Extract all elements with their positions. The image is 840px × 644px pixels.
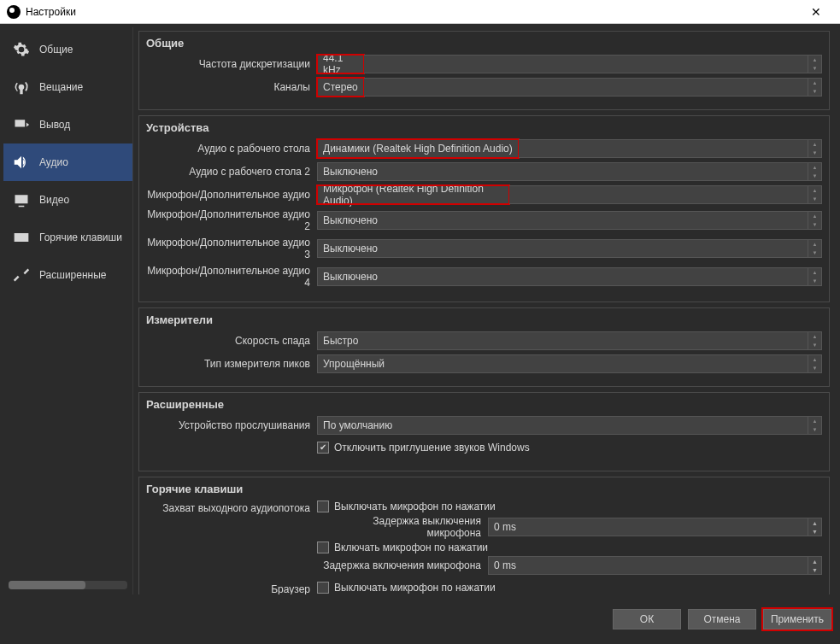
- mic-aux4-select[interactable]: Выключено ▲▼: [317, 267, 822, 286]
- section-title: Измерители: [146, 313, 822, 326]
- sidebar-label: Вещание: [39, 81, 83, 93]
- sidebar-item-advanced[interactable]: Расширенные: [3, 256, 132, 294]
- mic-aux4-label: Микрофон/Дополнительное аудио 4: [146, 265, 317, 289]
- desktop-audio2-label: Аудио с рабочего стола 2: [146, 166, 317, 178]
- window-title: Настройки: [26, 6, 76, 18]
- sample-rate-value: 44.1 kHz: [323, 52, 358, 76]
- channels-value: Стерео: [323, 81, 358, 93]
- mic-aux2-select[interactable]: Выключено ▲▼: [317, 211, 822, 230]
- section-title: Устройства: [146, 121, 822, 134]
- channels-select-ext[interactable]: ▲▼: [364, 78, 822, 97]
- sidebar-item-video[interactable]: Видео: [3, 181, 132, 219]
- footer: ОК Отмена Применить: [0, 598, 840, 641]
- peak-type-select[interactable]: Упрощённый ▲▼: [317, 354, 822, 373]
- peak-type-value: Упрощённый: [323, 358, 385, 370]
- desktop-audio-value: Динамики (Realtek High Definition Audio): [323, 143, 513, 155]
- spinner-icon[interactable]: ▲▼: [808, 518, 821, 536]
- spinner-icon[interactable]: ▲▼: [808, 79, 821, 96]
- spinner-icon[interactable]: ▲▼: [808, 240, 821, 257]
- section-advanced: Расширенные Устройство прослушивания По …: [138, 392, 830, 471]
- sidebar-item-general[interactable]: Общие: [3, 31, 132, 68]
- browser-mute-label: Выключать микрофон по нажатии: [334, 582, 496, 594]
- ok-button[interactable]: ОК: [613, 609, 681, 629]
- sidebar-item-hotkeys[interactable]: Горячие клавиши: [3, 219, 132, 256]
- mic-aux-select-ext[interactable]: ▲▼: [509, 185, 822, 204]
- browser-label: Браузер: [146, 582, 317, 594]
- spinner-icon[interactable]: ▲▼: [808, 186, 821, 203]
- decay-select[interactable]: Быстро ▲▼: [317, 331, 822, 350]
- section-devices: Устройства Аудио с рабочего стола Динами…: [138, 115, 830, 302]
- ducking-checkbox[interactable]: [317, 442, 329, 454]
- mic-aux-value: Микрофон (Realtek High Definition Audio): [323, 183, 503, 207]
- spinner-icon[interactable]: ▲▼: [808, 557, 821, 574]
- mic-aux2-value: Выключено: [323, 214, 378, 226]
- mute-delay-input[interactable]: 0 ms ▲▼: [488, 518, 822, 536]
- desktop-audio-label: Аудио с рабочего стола: [146, 143, 317, 155]
- sidebar: Общие Вещание Вывод Аудио Видео Горячие …: [3, 27, 133, 594]
- sample-rate-select-ext[interactable]: ▲▼: [364, 55, 822, 73]
- video-icon: [12, 190, 31, 209]
- section-title: Расширенные: [146, 398, 822, 411]
- spinner-icon[interactable]: ▲▼: [808, 355, 821, 372]
- sidebar-label: Общие: [39, 44, 73, 56]
- mic-aux3-label: Микрофон/Дополнительное аудио 3: [146, 237, 317, 261]
- keyboard-icon: [12, 228, 31, 247]
- spinner-icon[interactable]: ▲▼: [808, 163, 821, 180]
- unmute-delay-value: 0 ms: [494, 559, 516, 571]
- mute-push-checkbox[interactable]: [317, 501, 329, 512]
- mic-aux-label: Микрофон/Дополнительное аудио: [146, 189, 317, 201]
- spinner-icon[interactable]: ▲▼: [808, 56, 821, 73]
- unmute-push-label: Включать микрофон по нажатии: [334, 542, 488, 553]
- sidebar-label: Видео: [39, 194, 69, 206]
- monitoring-value: По умолчанию: [323, 419, 392, 431]
- mic-aux3-select[interactable]: Выключено ▲▼: [317, 239, 822, 258]
- desktop-audio2-value: Выключено: [323, 166, 378, 178]
- broadcast-icon: [12, 78, 31, 97]
- sidebar-label: Вывод: [39, 119, 70, 131]
- mic-aux3-value: Выключено: [323, 243, 378, 255]
- desktop-audio-select-ext[interactable]: ▲▼: [519, 139, 822, 158]
- output-icon: [12, 115, 31, 134]
- monitoring-select[interactable]: По умолчанию ▲▼: [317, 416, 822, 435]
- section-title: Горячие клавиши: [146, 483, 822, 495]
- sidebar-item-audio[interactable]: Аудио: [3, 143, 132, 181]
- channels-select[interactable]: Стерео: [317, 78, 364, 97]
- section-hotkeys: Горячие клавиши Захват выходного аудиопо…: [138, 477, 830, 594]
- spinner-icon[interactable]: ▲▼: [808, 417, 821, 434]
- close-button[interactable]: ✕: [799, 5, 833, 19]
- spinner-icon[interactable]: ▲▼: [808, 140, 821, 157]
- tools-icon: [12, 266, 31, 284]
- unmute-push-checkbox[interactable]: [317, 542, 329, 553]
- sidebar-label: Горячие клавиши: [39, 231, 122, 243]
- desktop-audio2-select[interactable]: Выключено ▲▼: [317, 162, 822, 181]
- mute-delay-label: Задержка выключения микрофона: [317, 515, 488, 539]
- mic-aux-select[interactable]: Микрофон (Realtek High Definition Audio): [317, 185, 509, 204]
- audio-icon: [12, 153, 31, 172]
- capture-label: Захват выходного аудиопотока: [146, 501, 317, 514]
- sidebar-label: Расширенные: [39, 269, 107, 281]
- app-icon: [7, 5, 21, 19]
- mute-push-label: Выключать микрофон по нажатии: [334, 501, 496, 512]
- sidebar-item-stream[interactable]: Вещание: [3, 68, 132, 106]
- sidebar-item-output[interactable]: Вывод: [3, 106, 132, 143]
- mute-delay-value: 0 ms: [494, 521, 516, 533]
- main-panel: Общие Частота дискретизации 44.1 kHz ▲▼ …: [133, 27, 837, 594]
- apply-button[interactable]: Применить: [763, 609, 831, 629]
- sidebar-label: Аудио: [39, 156, 68, 168]
- mic-aux4-value: Выключено: [323, 271, 378, 283]
- unmute-delay-label: Задержка включения микрофона: [317, 559, 488, 571]
- section-title: Общие: [146, 37, 822, 50]
- desktop-audio-select[interactable]: Динамики (Realtek High Definition Audio): [317, 139, 519, 158]
- spinner-icon[interactable]: ▲▼: [808, 212, 821, 229]
- mic-aux2-label: Микрофон/Дополнительное аудио 2: [146, 208, 317, 232]
- spinner-icon[interactable]: ▲▼: [808, 332, 821, 349]
- browser-mute-checkbox[interactable]: [317, 582, 329, 594]
- sample-rate-label: Частота дискретизации: [146, 58, 317, 70]
- sample-rate-select[interactable]: 44.1 kHz: [317, 55, 364, 73]
- cancel-button[interactable]: Отмена: [688, 609, 756, 629]
- monitoring-label: Устройство прослушивания: [146, 419, 317, 431]
- decay-label: Скорость спада: [146, 335, 317, 347]
- sidebar-scrollbar[interactable]: [9, 581, 127, 589]
- unmute-delay-input[interactable]: 0 ms ▲▼: [488, 556, 822, 575]
- spinner-icon[interactable]: ▲▼: [808, 268, 821, 285]
